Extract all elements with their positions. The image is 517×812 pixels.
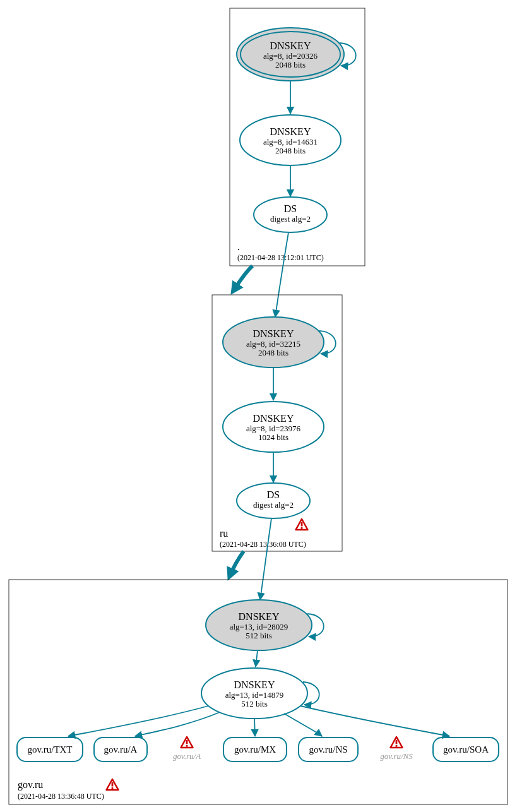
svg-text:512 bits: 512 bits: [246, 631, 272, 640]
svg-text:gov.ru/SOA: gov.ru/SOA: [443, 744, 489, 755]
edge-root-to-ru-zone: [234, 266, 253, 290]
svg-text:gov.ru/NS: gov.ru/NS: [380, 751, 413, 761]
svg-text:gov.ru/A: gov.ru/A: [173, 751, 201, 761]
zone-ru-name: ru: [220, 528, 228, 539]
rr-mx: gov.ru/MX: [223, 737, 287, 761]
edge-ru-ds-to-govru-ksk: [260, 518, 271, 600]
svg-text:512 bits: 512 bits: [241, 699, 268, 708]
rr-txt: gov.ru/TXT: [17, 737, 83, 761]
edge-zsk-mx: [254, 719, 255, 736]
svg-text:DS: DS: [267, 489, 280, 500]
zone-ru: ru (2021-04-28 13:36:08 UTC) DNSKEY alg=…: [212, 295, 342, 551]
svg-text:1024 bits: 1024 bits: [258, 433, 288, 442]
edge-ru-to-govru-zone: [230, 551, 244, 576]
warning-icon: [107, 779, 119, 790]
warning-icon: [296, 519, 308, 530]
svg-text:alg=8, id=23976: alg=8, id=23976: [246, 424, 301, 433]
warning-icon: [181, 737, 193, 748]
svg-text:2048 bits: 2048 bits: [258, 348, 288, 357]
svg-text:alg=8, id=14631: alg=8, id=14631: [263, 137, 318, 146]
edge-zsk-ns: [284, 713, 322, 736]
dnskey-root-ksk: DNSKEY alg=8, id=20326 2048 bits: [237, 28, 344, 81]
svg-text:DNSKEY: DNSKEY: [253, 328, 294, 339]
svg-text:(2021-04-28 13:36:08 UTC): (2021-04-28 13:36:08 UTC): [220, 540, 306, 549]
svg-text:DNSKEY: DNSKEY: [270, 126, 311, 137]
svg-text:alg=8, id=20326: alg=8, id=20326: [263, 51, 318, 61]
edge-govru-ksk-zsk: [256, 650, 258, 667]
rr-a-nx: gov.ru/A: [173, 737, 201, 761]
zone-govru: gov.ru (2021-04-28 13:36:48 UTC) DNSKEY …: [9, 580, 508, 804]
svg-text:gov.ru/A: gov.ru/A: [104, 744, 138, 755]
zone-root-name: .: [237, 241, 240, 252]
dnskey-govru-ksk: DNSKEY alg=13, id=28029 512 bits: [206, 600, 312, 650]
svg-text:gov.ru/TXT: gov.ru/TXT: [27, 744, 72, 755]
zone-root: . (2021-04-28 13:12:01 UTC) DNSKEY alg=8…: [230, 8, 365, 266]
rr-ns: gov.ru/NS: [299, 737, 358, 761]
rr-soa: gov.ru/SOA: [433, 737, 499, 761]
dnskey-ru-ksk: DNSKEY alg=8, id=32215 2048 bits: [223, 317, 324, 367]
ds-ru: DS digest alg=2: [237, 483, 310, 518]
warning-icon: [391, 737, 403, 748]
edge-zsk-txt: [68, 706, 208, 736]
edge-root-ds-to-ru-ksk: [275, 232, 288, 317]
rr-a: gov.ru/A: [94, 737, 147, 761]
svg-text:2048 bits: 2048 bits: [275, 146, 306, 155]
svg-text:gov.ru/NS: gov.ru/NS: [309, 744, 347, 755]
svg-text:DS: DS: [284, 203, 297, 214]
dnskey-ru-zsk: DNSKEY alg=8, id=23976 1024 bits: [223, 402, 324, 452]
svg-text:alg=8, id=32215: alg=8, id=32215: [246, 339, 300, 349]
svg-text:digest alg=2: digest alg=2: [253, 500, 294, 510]
svg-text:2048 bits: 2048 bits: [275, 60, 306, 69]
svg-text:DNSKEY: DNSKEY: [270, 40, 311, 51]
svg-text:DNSKEY: DNSKEY: [239, 611, 280, 622]
svg-text:alg=13, id=14879: alg=13, id=14879: [225, 690, 284, 700]
dnskey-govru-zsk: DNSKEY alg=13, id=14879 512 bits: [201, 668, 307, 719]
zone-root-ts: (2021-04-28 13:12:01 UTC): [237, 253, 324, 262]
svg-text:gov.ru/MX: gov.ru/MX: [234, 744, 276, 755]
svg-text:DNSKEY: DNSKEY: [253, 413, 294, 424]
ds-root: DS digest alg=2: [254, 197, 327, 232]
svg-text:digest alg=2: digest alg=2: [270, 214, 311, 224]
edge-zsk-soa: [300, 706, 449, 736]
svg-text:alg=13, id=28029: alg=13, id=28029: [230, 622, 288, 631]
svg-text:DNSKEY: DNSKEY: [234, 679, 275, 690]
rr-ns-nx: gov.ru/NS: [380, 737, 413, 761]
zone-govru-name: gov.ru: [18, 779, 43, 791]
dnskey-root-zsk: DNSKEY alg=8, id=14631 2048 bits: [240, 115, 341, 165]
edge-zsk-a: [135, 712, 220, 736]
svg-text:(2021-04-28 13:36:48 UTC): (2021-04-28 13:36:48 UTC): [18, 792, 104, 801]
